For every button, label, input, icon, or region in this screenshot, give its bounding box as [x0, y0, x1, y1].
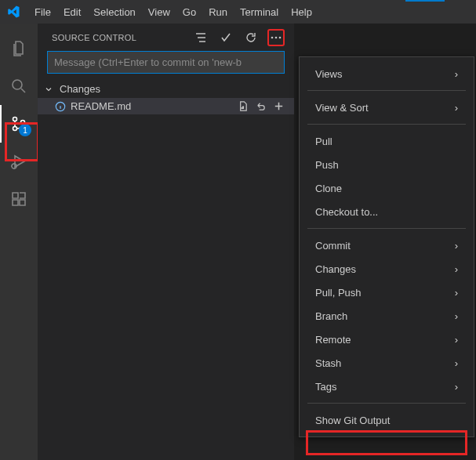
- chevron-right-icon: ›: [455, 102, 458, 114]
- view-as-tree-button[interactable]: [192, 29, 209, 46]
- menu-view[interactable]: View: [142, 3, 176, 21]
- menu-help[interactable]: Help: [285, 3, 318, 21]
- chevron-right-icon: ›: [455, 287, 458, 299]
- activity-search[interactable]: [0, 67, 38, 105]
- chevron-right-icon: ›: [455, 381, 458, 393]
- more-actions-button[interactable]: [267, 29, 285, 46]
- vscode-logo-icon: [6, 5, 20, 19]
- scm-badge: 1: [19, 124, 31, 136]
- activity-bar: 1: [0, 24, 38, 460]
- menu-push[interactable]: Push: [300, 153, 474, 176]
- changes-label: Changes: [60, 83, 100, 95]
- title-bar: File Edit Selection View Go Run Terminal…: [0, 0, 476, 24]
- menu-separator: [307, 90, 466, 91]
- source-control-panel: SOURCE CONTROL Changes README.md: [38, 24, 294, 460]
- commit-message-input[interactable]: [47, 51, 285, 74]
- chevron-right-icon: ›: [455, 68, 458, 80]
- file-name: README.md: [71, 100, 131, 112]
- chevron-right-icon: ›: [455, 263, 458, 275]
- chevron-right-icon: ›: [455, 334, 458, 346]
- menu-separator: [307, 228, 466, 229]
- menu-pull[interactable]: Pull: [300, 129, 474, 153]
- svg-point-5: [271, 36, 274, 38]
- menu-changes[interactable]: Changes›: [300, 257, 474, 281]
- refresh-button[interactable]: [242, 29, 260, 46]
- discard-changes-button[interactable]: [255, 100, 267, 112]
- svg-point-1: [13, 118, 17, 121]
- svg-point-0: [13, 80, 22, 89]
- plus-icon: [273, 100, 285, 112]
- menu-clone[interactable]: Clone: [300, 176, 474, 200]
- svg-point-6: [275, 36, 278, 38]
- stage-changes-button[interactable]: [273, 100, 285, 112]
- changed-file-row[interactable]: README.md: [38, 98, 294, 114]
- source-control-header-actions: [192, 29, 285, 46]
- menu-commit[interactable]: Commit›: [300, 234, 474, 257]
- refresh-icon: [245, 31, 257, 44]
- activity-explorer[interactable]: [0, 30, 38, 67]
- file-row-actions: [237, 100, 285, 112]
- menu-tags[interactable]: Tags›: [300, 375, 474, 398]
- activity-run-debug[interactable]: [0, 143, 38, 180]
- menu-terminal[interactable]: Terminal: [234, 3, 285, 21]
- commit-button[interactable]: [217, 29, 234, 46]
- files-icon: [9, 39, 28, 58]
- ellipsis-icon: [270, 31, 282, 44]
- source-control-title: SOURCE CONTROL: [52, 33, 192, 42]
- menu-go[interactable]: Go: [176, 3, 202, 21]
- check-icon: [220, 31, 232, 44]
- undo-icon: [255, 100, 267, 112]
- scm-more-actions-menu: Views › View & Sort › Pull Push Clone Ch…: [299, 56, 474, 437]
- menu-edit[interactable]: Edit: [57, 3, 87, 21]
- menu-separator: [307, 124, 466, 125]
- menu-branch[interactable]: Branch›: [300, 304, 474, 328]
- menu-views[interactable]: Views ›: [300, 62, 474, 85]
- menu-separator: [307, 403, 466, 404]
- menu-run[interactable]: Run: [202, 3, 234, 21]
- open-file-button[interactable]: [237, 100, 249, 112]
- menu-show-git-output[interactable]: Show Git Output: [300, 408, 474, 432]
- menu-remote[interactable]: Remote›: [300, 328, 474, 351]
- search-icon: [9, 77, 28, 96]
- activity-extensions[interactable]: [0, 180, 38, 218]
- tree-icon: [194, 31, 207, 44]
- chevron-down-icon: [44, 85, 55, 94]
- activity-scm[interactable]: 1: [0, 105, 38, 143]
- accent-strip: [405, 0, 445, 2]
- file-info-icon: [55, 101, 66, 112]
- chevron-right-icon: ›: [455, 310, 458, 322]
- menu-pull-push[interactable]: Pull, Push›: [300, 281, 474, 304]
- svg-point-2: [13, 127, 17, 131]
- menu-selection[interactable]: Selection: [87, 3, 141, 21]
- commit-message-wrap: [38, 51, 294, 80]
- menubar: File Edit Selection View Go Run Terminal…: [28, 3, 318, 21]
- menu-file[interactable]: File: [28, 3, 57, 21]
- source-control-header: SOURCE CONTROL: [38, 24, 294, 51]
- extensions-icon: [9, 190, 28, 208]
- menu-stash[interactable]: Stash›: [300, 351, 474, 375]
- debug-icon: [9, 152, 28, 171]
- goto-file-icon: [237, 100, 249, 112]
- menu-view-sort[interactable]: View & Sort ›: [300, 96, 474, 119]
- chevron-right-icon: ›: [455, 240, 458, 252]
- chevron-right-icon: ›: [455, 357, 458, 369]
- svg-point-7: [279, 36, 282, 38]
- menu-checkout[interactable]: Checkout to...: [300, 200, 474, 223]
- changes-section[interactable]: Changes: [38, 80, 294, 98]
